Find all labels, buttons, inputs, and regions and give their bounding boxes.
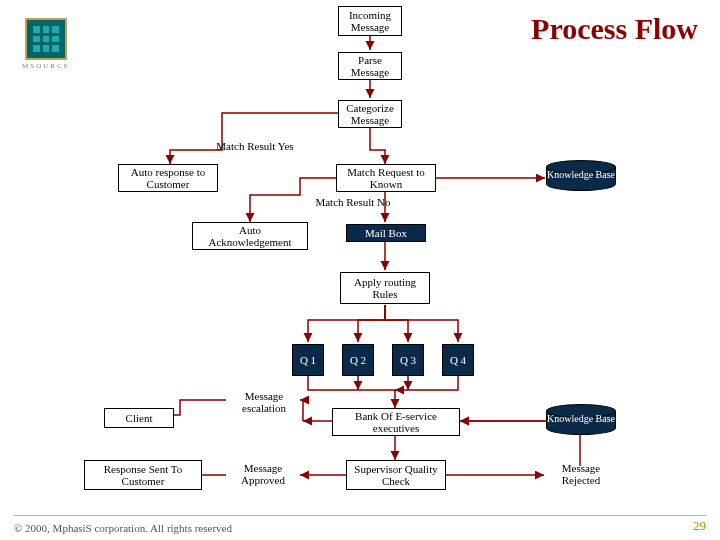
queue-q3: Q 3: [392, 344, 424, 376]
node-categorize-message: Categorize Message: [338, 100, 402, 128]
node-message-approved: Message Approved: [226, 460, 300, 488]
queue-q1: Q 1: [292, 344, 324, 376]
footer-divider: [14, 515, 706, 516]
node-message-rejected: Message Rejected: [544, 460, 618, 488]
logo-icon: [25, 18, 67, 60]
node-bank-executives: Bank Of E-service executives: [332, 408, 460, 436]
knowledge-base-bottom: Knowledge Base: [546, 404, 616, 435]
queue-q2: Q 2: [342, 344, 374, 376]
label-match-result-no: Match Result No: [298, 196, 408, 208]
queue-q4: Q 4: [442, 344, 474, 376]
node-apply-routing-rules: Apply routing Rules: [340, 272, 430, 304]
node-response-sent: Response Sent To Customer: [84, 460, 202, 490]
label-match-result-yes: Match Result Yes: [210, 140, 300, 152]
node-auto-response: Auto response to Customer: [118, 164, 218, 192]
node-supervisor-check: Supervisor Quality Check: [346, 460, 446, 490]
node-mailbox: Mail Box: [346, 224, 426, 242]
kb-label-bottom: Knowledge Base: [546, 414, 616, 425]
flow-arrows: [0, 0, 720, 540]
node-auto-acknowledgement: Auto Acknowledgement: [192, 222, 308, 250]
node-message-escalation: Message escalation: [226, 388, 302, 416]
kb-label-top: Knowledge Base: [546, 170, 616, 181]
knowledge-base-top: Knowledge Base: [546, 160, 616, 191]
node-incoming-message: Incoming Message: [338, 6, 402, 36]
node-parse-message: Parse Message: [338, 52, 402, 80]
page-number: 29: [693, 518, 706, 534]
node-client: Client: [104, 408, 174, 428]
node-match-request: Match Request to Known: [336, 164, 436, 192]
footer-text: © 2000, MphasiS corporation. All rights …: [14, 522, 232, 534]
logo-caption: MSOURCE: [18, 62, 74, 70]
logo-block: MSOURCE: [18, 18, 74, 74]
page-title: Process Flow: [531, 12, 698, 46]
